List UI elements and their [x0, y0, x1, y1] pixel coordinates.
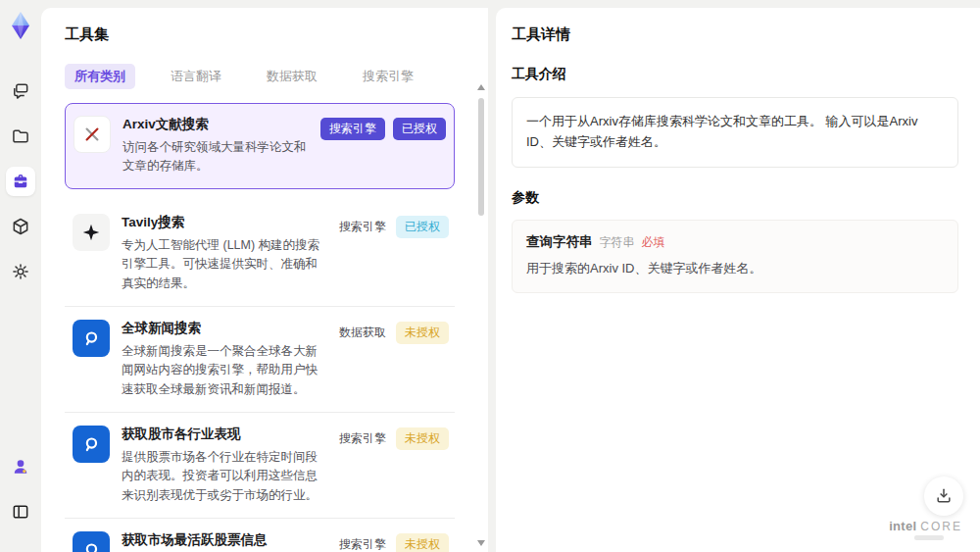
settings-icon: [11, 262, 30, 281]
tool-description: 提供股票市场各个行业在特定时间段内的表现。投资者可以利用这些信息来识别表现优于或…: [122, 448, 327, 505]
blue-q-logo-icon: [73, 426, 110, 463]
intro-heading: 工具介绍: [512, 66, 958, 83]
tab-translation[interactable]: 语言翻译: [161, 64, 231, 89]
tab-all-categories[interactable]: 所有类别: [65, 64, 135, 89]
details-title: 工具详情: [512, 25, 958, 44]
tool-row-most-active-stocks[interactable]: 获取市场最活跃股票信息 提供当天交易量最高的股票列表。投资者可以利用这些信息来识…: [65, 519, 455, 552]
tool-badges: 搜索引擎 已授权: [320, 118, 446, 140]
tool-info: 全球新闻搜索 全球新闻搜索是一个聚合全球各大新闻网站内容的搜索引擎，帮助用户快速…: [122, 320, 327, 399]
sidebar-rail: [0, 0, 41, 552]
sidebar-item-packages[interactable]: [6, 212, 35, 241]
tool-badges: 搜索引擎 未授权: [337, 533, 449, 552]
intel-core-logo: intel CORE: [889, 520, 962, 540]
param-type: 字符串: [600, 234, 635, 251]
status-badge: 已授权: [396, 216, 449, 238]
tool-name: Arxiv文献搜索: [122, 116, 311, 133]
status-badge: 未授权: [396, 322, 449, 344]
tool-name: 获取市场最活跃股票信息: [122, 531, 327, 549]
param-required-label: 必填: [642, 234, 665, 251]
tool-row-arxiv[interactable]: Arxiv文献搜索 访问各个研究领域大量科学论文和文章的存储库。 搜索引擎 已授…: [65, 103, 455, 189]
tool-name: 全球新闻搜索: [122, 320, 327, 337]
tool-name: 获取股市各行业表现: [122, 426, 327, 443]
panel-toggle-icon: [11, 502, 30, 522]
category-tabs: 所有类别 语言翻译 数据获取 搜索引擎: [65, 64, 466, 89]
app-logo[interactable]: [8, 10, 33, 41]
category-badge: 搜索引擎: [337, 533, 388, 552]
tools-panel: 工具集 所有类别 语言翻译 数据获取 搜索引擎 Arxiv文献搜索 访问各个研究…: [41, 8, 488, 552]
tavily-logo-icon: [73, 214, 110, 251]
tool-intro-text: 一个用于从Arxiv存储库搜索科学论文和文章的工具。 输入可以是Arxiv ID…: [512, 97, 958, 168]
intel-wordmark: intel: [889, 519, 916, 533]
tool-details-panel: 工具详情 工具介绍 一个用于从Arxiv存储库搜索科学论文和文章的工具。 输入可…: [496, 8, 980, 552]
tool-row-global-news[interactable]: 全球新闻搜索 全球新闻搜索是一个聚合全球各大新闻网站内容的搜索引擎，帮助用户快速…: [65, 307, 455, 413]
sidebar-item-collapse[interactable]: [6, 497, 35, 527]
sidebar-item-files[interactable]: [6, 122, 35, 151]
blue-q-logo-icon: [73, 531, 110, 552]
blue-q-logo-icon: [73, 320, 110, 357]
sidebar-item-account[interactable]: [6, 452, 35, 481]
cube-icon: [11, 217, 30, 236]
tool-info: Arxiv文献搜索 访问各个研究领域大量科学论文和文章的存储库。: [122, 116, 311, 176]
gem-logo-icon: [8, 10, 33, 41]
status-badge: 未授权: [396, 533, 449, 552]
sidebar-item-chat[interactable]: [6, 76, 35, 106]
sidebar-item-settings[interactable]: [6, 257, 35, 286]
tool-info: 获取股市各行业表现 提供股票市场各个行业在特定时间段内的表现。投资者可以利用这些…: [122, 426, 327, 505]
status-badge: 未授权: [396, 427, 449, 450]
tool-row-tavily[interactable]: Tavily搜索 专为人工智能代理 (LLM) 构建的搜索引擎工具。可快速提供实…: [65, 201, 455, 307]
tool-badges: 搜索引擎 已授权: [337, 216, 449, 238]
tool-list: Arxiv文献搜索 访问各个研究领域大量科学论文和文章的存储库。 搜索引擎 已授…: [65, 103, 466, 552]
param-name: 查询字符串: [526, 233, 593, 251]
toolbox-icon: [11, 172, 30, 191]
core-wordmark: CORE: [920, 520, 962, 533]
download-icon: [934, 486, 954, 506]
params-heading: 参数: [512, 189, 958, 207]
scroll-up-arrow[interactable]: [477, 84, 485, 90]
tab-data-fetch[interactable]: 数据获取: [257, 64, 327, 89]
folder-icon: [11, 126, 30, 146]
scroll-down-arrow[interactable]: [477, 540, 485, 546]
chat-icon: [11, 81, 30, 101]
sidebar-item-toolbox[interactable]: [6, 167, 35, 196]
category-badge: 搜索引擎: [320, 118, 385, 140]
category-badge: 搜索引擎: [337, 216, 388, 238]
avatar-icon: [11, 457, 30, 477]
tab-search-engine[interactable]: 搜索引擎: [353, 64, 423, 89]
page-title: 工具集: [65, 25, 466, 44]
tool-info: Tavily搜索 专为人工智能代理 (LLM) 构建的搜索引擎工具。可快速提供实…: [122, 214, 327, 293]
intel-sub-badge: [914, 535, 944, 540]
category-badge: 搜索引擎: [337, 427, 388, 450]
tool-info: 获取市场最活跃股票信息 提供当天交易量最高的股票列表。投资者可以利用这些信息来识…: [122, 531, 327, 552]
tool-badges: 搜索引擎 未授权: [337, 427, 449, 450]
category-badge: 数据获取: [337, 322, 388, 344]
param-card: 查询字符串 字符串 必填 用于搜索的Arxiv ID、关键字或作者姓名。: [512, 220, 958, 293]
tool-badges: 数据获取 未授权: [337, 322, 449, 344]
tool-row-sector-performance[interactable]: 获取股市各行业表现 提供股票市场各个行业在特定时间段内的表现。投资者可以利用这些…: [65, 413, 455, 519]
download-button[interactable]: [924, 477, 963, 516]
arxiv-logo-icon: [74, 116, 111, 153]
status-badge: 已授权: [393, 118, 446, 140]
tool-description: 全球新闻搜索是一个聚合全球各大新闻网站内容的搜索引擎，帮助用户快速获取全球最新资…: [122, 342, 327, 399]
param-description: 用于搜索的Arxiv ID、关键字或作者姓名。: [526, 260, 944, 277]
tool-description: 访问各个研究领域大量科学论文和文章的存储库。: [122, 138, 311, 176]
tool-description: 专为人工智能代理 (LLM) 构建的搜索引擎工具。可快速提供实时、准确和真实的结…: [122, 236, 327, 293]
tool-name: Tavily搜索: [122, 214, 327, 231]
scrollbar-thumb[interactable]: [478, 98, 484, 216]
param-head: 查询字符串 字符串 必填: [526, 233, 944, 251]
list-scrollbar[interactable]: [477, 84, 486, 546]
